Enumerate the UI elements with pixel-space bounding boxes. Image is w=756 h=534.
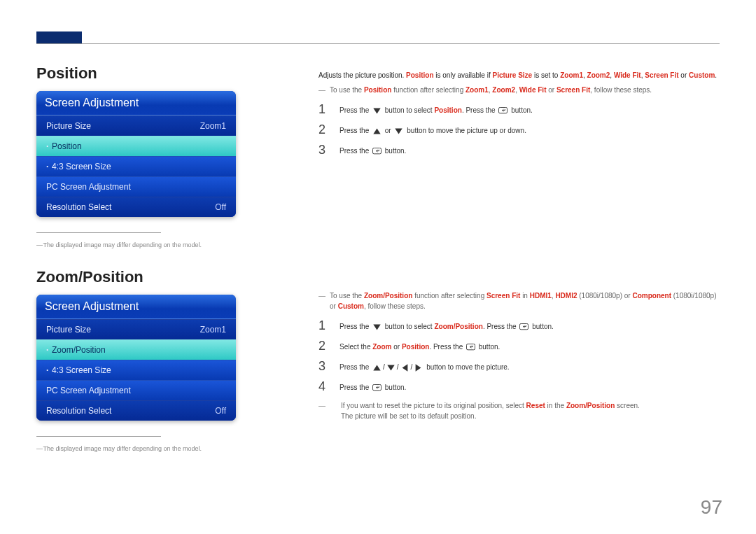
- step-3: Press the /// button to move the picture…: [318, 359, 720, 376]
- divider: [36, 232, 161, 233]
- disclaimer-text: The displayed image may differ depending…: [36, 445, 288, 452]
- osd-row-zoom-position-selected[interactable]: Zoom/Position: [36, 339, 236, 360]
- section-title-zoom-position: Zoom/Position: [36, 268, 288, 286]
- osd-value: Off: [215, 406, 226, 416]
- osd-label: 4:3 Screen Size: [52, 162, 111, 171]
- osd-row-43-screen-size[interactable]: 4:3 Screen Size: [36, 360, 236, 380]
- osd-label: Zoom/Position: [52, 345, 106, 355]
- divider: [36, 436, 161, 437]
- osd-label: 4:3 Screen Size: [52, 365, 111, 375]
- osd-header: Screen Adjustment: [36, 295, 236, 319]
- osd-header: Screen Adjustment: [36, 91, 236, 115]
- left-column: Position Screen Adjustment Picture Size …: [36, 64, 288, 472]
- svg-marker-3: [396, 128, 402, 134]
- osd-row-position-selected[interactable]: Position: [36, 136, 236, 156]
- step-2: Select the Zoom or Position. Press the b…: [318, 339, 720, 356]
- step-4: Press the button.: [318, 379, 720, 396]
- enter-icon: [372, 384, 382, 393]
- osd-row-pc-screen-adjustment[interactable]: PC Screen Adjustment: [36, 176, 236, 197]
- svg-marker-9: [387, 365, 394, 370]
- svg-marker-2: [373, 128, 380, 134]
- svg-marker-5: [373, 324, 380, 330]
- osd-row-resolution-select[interactable]: Resolution Select Off: [36, 197, 236, 217]
- up-arrow-icon: [372, 363, 382, 372]
- step-1: Press the button to select Position. Pre…: [318, 102, 720, 119]
- enter-icon: [466, 343, 475, 352]
- down-arrow-icon: [394, 127, 403, 136]
- svg-marker-10: [402, 364, 407, 371]
- svg-marker-11: [416, 364, 421, 371]
- osd-label: Picture Size: [46, 121, 91, 131]
- enter-icon: [519, 323, 528, 332]
- enter-icon: [498, 106, 507, 115]
- osd-label: Position: [52, 141, 82, 151]
- osd-panel-position: Screen Adjustment Picture Size Zoom1 Pos…: [36, 91, 236, 217]
- enter-icon: [372, 147, 382, 156]
- down-arrow-icon: [372, 106, 382, 115]
- header-accent: [36, 31, 82, 43]
- position-steps: Press the button to select Position. Pre…: [318, 102, 720, 160]
- position-note: To use the Position function after selec…: [318, 85, 720, 95]
- osd-label: Resolution Select: [46, 202, 111, 212]
- section-title-position: Position: [36, 64, 288, 83]
- osd-value: Off: [215, 202, 226, 212]
- osd-row-resolution-select[interactable]: Resolution Select Off: [36, 400, 236, 421]
- osd-label: PC Screen Adjustment: [46, 182, 131, 192]
- osd-row-pc-screen-adjustment[interactable]: PC Screen Adjustment: [36, 380, 236, 400]
- step-3: Press the button.: [318, 143, 720, 160]
- osd-panel-zoom: Screen Adjustment Picture Size Zoom1 Zoo…: [36, 295, 236, 421]
- disclaimer-text: The displayed image may differ depending…: [36, 241, 288, 248]
- position-intro: Adjusts the picture position. Position i…: [318, 70, 720, 80]
- left-arrow-icon: [400, 363, 410, 372]
- step-1: Press the button to select Zoom/Position…: [318, 318, 720, 335]
- osd-label: Resolution Select: [46, 406, 111, 416]
- zoom-note-2: If you want to reset the picture to its …: [318, 400, 720, 421]
- page-number: 97: [701, 496, 722, 519]
- svg-marker-8: [373, 365, 380, 370]
- zoom-steps: Press the button to select Zoom/Position…: [318, 318, 720, 396]
- step-2: Press the or button to move the picture …: [318, 122, 720, 139]
- up-arrow-icon: [372, 127, 382, 136]
- osd-label: PC Screen Adjustment: [46, 386, 131, 395]
- right-column: Adjusts the picture position. Position i…: [318, 70, 720, 428]
- osd-label: Picture Size: [46, 325, 91, 335]
- zoom-note-1: To use the Zoom/Position function after …: [318, 290, 720, 311]
- osd-row-43-screen-size[interactable]: 4:3 Screen Size: [36, 156, 236, 176]
- down-arrow-icon: [386, 363, 396, 372]
- header-rule: [36, 43, 720, 44]
- osd-value: Zoom1: [200, 121, 226, 131]
- osd-value: Zoom1: [200, 325, 226, 335]
- osd-row-picture-size[interactable]: Picture Size Zoom1: [36, 319, 236, 339]
- osd-row-picture-size[interactable]: Picture Size Zoom1: [36, 115, 236, 136]
- down-arrow-icon: [372, 323, 382, 332]
- right-arrow-icon: [414, 363, 423, 372]
- svg-marker-0: [373, 108, 380, 113]
